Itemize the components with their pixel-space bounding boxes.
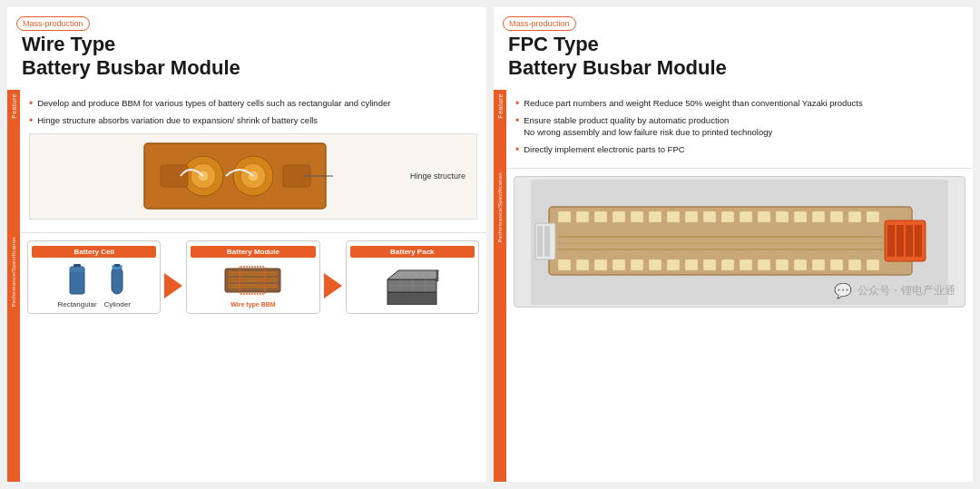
- left-feature-section: Feature Develop and produce BBM for vari…: [7, 90, 486, 233]
- right-feature-sidebar: Feature: [494, 90, 506, 169]
- left-performance-label: Performance/Specification: [11, 233, 16, 311]
- svg-rect-47: [685, 211, 698, 222]
- svg-rect-61: [612, 259, 625, 270]
- svg-rect-63: [649, 259, 662, 270]
- svg-rect-45: [649, 211, 662, 222]
- battery-module-icon: [223, 261, 282, 299]
- right-feature-bullet-2: Ensure stable product quality by automat…: [515, 114, 964, 139]
- svg-rect-19: [228, 284, 278, 289]
- cylinder-cell-icon: [110, 263, 124, 298]
- battery-module-header: Battery Module: [191, 246, 315, 258]
- left-panel: Mass-production Wire Type Battery Busbar…: [7, 7, 486, 482]
- svg-rect-7: [161, 165, 188, 187]
- left-performance-section: Performance/Specification Battery Cell: [7, 233, 486, 482]
- hinge-label: Hinge structure: [410, 171, 466, 181]
- left-feature-label: Feature: [11, 90, 17, 122]
- right-feature-label: Feature: [497, 90, 504, 122]
- svg-rect-15: [114, 264, 120, 267]
- svg-rect-54: [812, 211, 825, 222]
- svg-rect-62: [631, 259, 643, 270]
- svg-rect-18: [228, 278, 278, 282]
- svg-rect-80: [537, 226, 543, 257]
- cell-items: Rectangular Cylinder: [57, 261, 130, 308]
- left-feature-sidebar: Feature: [7, 90, 20, 233]
- svg-rect-66: [703, 259, 716, 270]
- right-feature-content: Reduce part numbers and weight Reduce 50…: [506, 90, 973, 169]
- right-feature-text-1: Reduce part numbers and weight Reduce 50…: [524, 97, 863, 109]
- right-performance-section: Performance/Specification: [494, 169, 973, 482]
- right-performance-sidebar: Performance/Specification: [494, 169, 506, 482]
- right-performance-content: 💬 公众号・锂电产业通: [506, 169, 973, 482]
- svg-rect-59: [576, 259, 589, 270]
- svg-rect-73: [830, 259, 843, 270]
- svg-rect-75: [867, 259, 879, 270]
- svg-marker-24: [436, 270, 438, 281]
- svg-rect-13: [112, 267, 122, 294]
- cylinder-label: Cylinder: [104, 300, 131, 308]
- svg-rect-72: [812, 259, 825, 270]
- right-badge: Mass-production: [503, 16, 576, 31]
- svg-rect-52: [776, 211, 789, 222]
- right-feature-bullet-3: Directly implement electronic parts to F…: [515, 143, 964, 156]
- right-feature-section: Feature Reduce part numbers and weight R…: [494, 90, 973, 169]
- fpc-product-image: 💬 公众号・锂电产业通: [514, 176, 965, 308]
- left-feature-bullet-1: Develop and produce BBM for various type…: [29, 97, 477, 110]
- rectangular-label: Rectangular: [57, 300, 96, 308]
- left-title-line1: Wire Type: [22, 33, 472, 56]
- watermark-text: 公众号・锂电产业通: [858, 283, 956, 298]
- svg-rect-57: [867, 211, 879, 222]
- svg-rect-41: [576, 211, 589, 222]
- svg-rect-44: [631, 211, 643, 222]
- svg-rect-68: [740, 259, 752, 270]
- svg-rect-56: [848, 211, 861, 222]
- right-feature-text-2: Ensure stable product quality by automat…: [524, 114, 772, 139]
- svg-rect-81: [544, 226, 550, 257]
- bbm-label: Wire type BBM: [230, 301, 275, 308]
- svg-marker-21: [387, 292, 436, 305]
- arrow-right-icon-1: [164, 273, 182, 298]
- svg-rect-64: [667, 259, 680, 270]
- svg-rect-51: [758, 211, 770, 222]
- battery-pack-box: Battery Pack: [346, 240, 479, 314]
- left-title-line2: Battery Busbar Module: [22, 56, 472, 80]
- svg-rect-43: [612, 211, 625, 222]
- left-wire-diagram: Hinge structure: [29, 133, 477, 220]
- svg-rect-48: [703, 211, 716, 222]
- svg-rect-37: [897, 225, 904, 257]
- left-performance-content: Battery Cell Rectangular: [20, 233, 486, 482]
- battery-cell-header: Battery Cell: [32, 246, 156, 258]
- cross-section-svg: [135, 136, 371, 216]
- left-feature-bullet-2: Hinge structure absorbs variation due to…: [29, 114, 477, 127]
- svg-rect-69: [758, 259, 770, 270]
- right-feature-text-3: Directly implement electronic parts to F…: [524, 143, 684, 155]
- battery-pack-header: Battery Pack: [350, 246, 475, 258]
- rectangular-cell-icon: [67, 263, 87, 298]
- svg-rect-42: [594, 211, 607, 222]
- svg-rect-70: [776, 259, 789, 270]
- arrow-right-icon-2: [324, 273, 342, 298]
- svg-rect-55: [830, 211, 843, 222]
- svg-rect-58: [558, 259, 571, 270]
- watermark: 💬 公众号・锂电产业通: [834, 282, 956, 299]
- svg-rect-38: [906, 225, 913, 257]
- right-feature-bullet-1: Reduce part numbers and weight Reduce 50…: [515, 97, 964, 110]
- battery-pack-icon: [380, 265, 444, 305]
- left-feature-text-2: Hinge structure absorbs variation due to…: [37, 114, 318, 126]
- svg-rect-67: [721, 259, 734, 270]
- left-badge: Mass-production: [16, 16, 90, 31]
- svg-rect-49: [721, 211, 734, 222]
- svg-rect-50: [740, 211, 752, 222]
- arrow-2: [324, 240, 342, 314]
- svg-rect-65: [685, 259, 698, 270]
- svg-rect-60: [594, 259, 607, 270]
- svg-rect-12: [70, 267, 84, 272]
- svg-rect-53: [794, 211, 807, 222]
- left-performance-sidebar: Performance/Specification: [7, 233, 20, 482]
- right-title-line2: Battery Busbar Module: [508, 56, 958, 80]
- left-feature-content: Develop and produce BBM for various type…: [20, 90, 486, 233]
- svg-rect-46: [667, 211, 680, 222]
- svg-rect-17: [228, 271, 278, 276]
- right-panel: Mass-production FPC Type Battery Busbar …: [494, 7, 973, 482]
- right-title-line1: FPC Type: [508, 33, 958, 56]
- svg-rect-39: [915, 225, 922, 257]
